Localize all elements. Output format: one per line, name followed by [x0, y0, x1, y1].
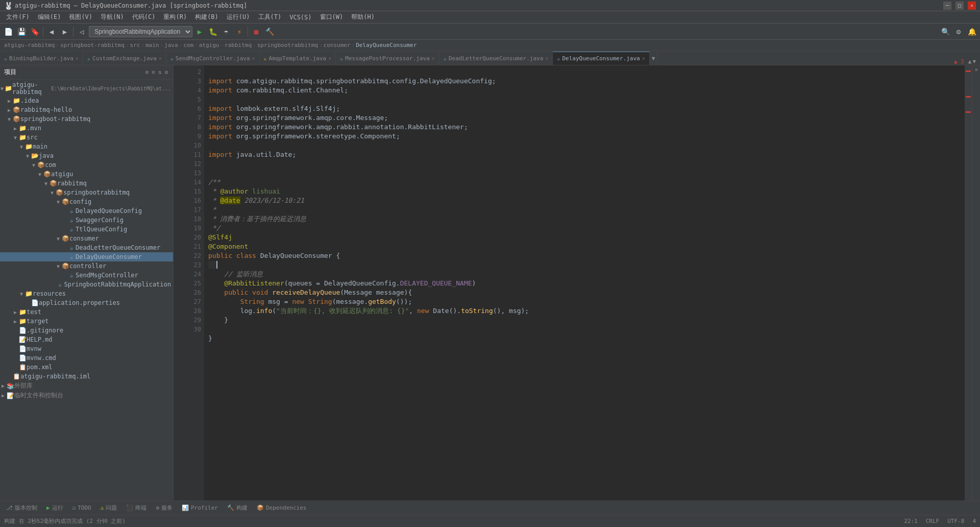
tree-arrow-consumer[interactable]: ▼ [55, 236, 61, 242]
tree-item-springbootrabbitmq[interactable]: ▼ 📦 springbootrabbitmq [0, 188, 173, 197]
btab-problems[interactable]: ⚠ 问题 [96, 501, 121, 515]
btab-dependencies[interactable]: 📦 Dependencies [253, 501, 310, 515]
tree-item-sendmsgctrl[interactable]: ▶ ☕ SendMsgController [0, 271, 173, 280]
btab-todo[interactable]: ☑ TODO [68, 501, 95, 515]
menu-tools[interactable]: 工具(T) [254, 11, 286, 23]
tree-item-appprops[interactable]: ▶ 📄 application.properties [0, 298, 173, 307]
breadcrumb-atgigu[interactable]: atgigu [199, 42, 219, 49]
menu-edit[interactable]: 编辑(E) [34, 11, 65, 23]
menu-view[interactable]: 视图(V) [65, 11, 96, 23]
tree-item-scratch[interactable]: ▶ 📝 临时文件和控制台 [0, 391, 173, 400]
tree-item-springbootapp[interactable]: ▶ ☕ SpringbootRabbitmqApplication [0, 280, 173, 289]
menu-file[interactable]: 文件(F) [2, 11, 34, 23]
menu-build[interactable]: 构建(B) [191, 11, 223, 23]
tree-item-test[interactable]: ▶ 📁 test [0, 307, 173, 317]
tree-item-delayconsumer[interactable]: ▶ ☕ DelayQueueConsumer [0, 252, 173, 261]
tab-close-customexchange[interactable]: × [159, 56, 162, 61]
tree-item-ttlqueueconfig[interactable]: ▶ ☕ TtlQueueConfig [0, 225, 173, 234]
tree-arrow-mvn[interactable]: ▶ [12, 126, 18, 131]
tree-item-java[interactable]: ▼ 📂 java [0, 151, 173, 160]
title-right-buttons[interactable]: ─ □ ✕ [943, 2, 976, 10]
tree-arrow-idea[interactable]: ▶ [6, 98, 12, 104]
tree-arrow-atgigu[interactable]: ▼ [37, 172, 43, 177]
status-indent[interactable]: 4 [972, 518, 976, 524]
profile-button[interactable]: ⚡ [233, 26, 246, 38]
tree-item-controller[interactable]: ▼ 📦 controller [0, 261, 173, 271]
tree-item-mvnwcmd[interactable]: ▶ 📄 mvnw.cmd [0, 353, 173, 363]
tab-close-delayconsumer[interactable]: × [642, 56, 645, 61]
sidebar-tool-gear[interactable]: ⚙ [163, 68, 169, 77]
btab-version-control[interactable]: ⎇ 版本控制 [2, 501, 41, 515]
tab-msgpostprocessor[interactable]: ☕ MessagePostProcessor.java × [336, 52, 439, 65]
breadcrumb-com[interactable]: com [183, 42, 193, 49]
breadcrumb-springbootrabbitmq[interactable]: springbootrabbitmq [257, 42, 318, 49]
code-area[interactable]: 2 3 4 5 6 7 8 9 10 11 12 13 14 15 [174, 65, 972, 500]
tree-item-com[interactable]: ▼ 📦 com [0, 160, 173, 170]
tree-item-swaggerconfig[interactable]: ▶ ☕ SwaggerConfig [0, 215, 173, 225]
btab-profiler[interactable]: 📊 Profiler [178, 501, 222, 515]
close-button[interactable]: ✕ [968, 2, 976, 10]
tab-delayconsumer[interactable]: ☕ DelayQueueConsumer.java × [553, 52, 649, 65]
tree-arrow-test[interactable]: ▶ [12, 309, 18, 315]
tab-more[interactable]: ▼ [650, 52, 658, 65]
tab-close-msgpost[interactable]: × [432, 56, 435, 61]
save-button[interactable]: 💾 [15, 26, 28, 38]
breadcrumb-module[interactable]: springboot-rabbitmq [60, 42, 125, 49]
tree-item-resources[interactable]: ▼ 📁 resources [0, 289, 173, 298]
settings-button[interactable]: ⚙ [952, 26, 965, 38]
save-all-button[interactable]: 🔖 [29, 26, 41, 38]
tree-item-mvn[interactable]: ▶ 📁 .mvn [0, 124, 173, 133]
tree-arrow-root[interactable]: ▼ [0, 86, 4, 91]
structure-panel[interactable]: ≡ [973, 67, 980, 72]
run-config-left[interactable]: ◁ [76, 26, 88, 38]
breadcrumb-src[interactable]: src [130, 42, 140, 49]
breadcrumb-root[interactable]: atgigu-rabbitmq [4, 42, 55, 49]
tab-close-amqptemplate[interactable]: × [328, 56, 331, 61]
btab-build[interactable]: 🔨 构建 [223, 501, 252, 515]
tree-item-gitignore[interactable]: ▶ 📄 .gitignore [0, 326, 173, 335]
tab-customexchange[interactable]: ☕ CustomExchange.java × [83, 52, 166, 65]
run-config-selector[interactable]: SpringbootRabbitmqApplication [89, 26, 192, 37]
status-position[interactable]: 22:1 [904, 518, 918, 524]
tree-arrow-target[interactable]: ▶ [12, 319, 18, 324]
status-line-sep[interactable]: CRLF [926, 518, 940, 524]
btab-services[interactable]: ⚙ 服务 [152, 501, 177, 515]
menu-code[interactable]: 代码(C) [128, 11, 160, 23]
btab-run[interactable]: ▶ 运行 [42, 501, 67, 515]
error-marker-2[interactable] [966, 96, 971, 98]
tree-item-external-libs[interactable]: ▶ 📚 外部库 [0, 381, 173, 391]
tree-arrow-main[interactable]: ▼ [18, 144, 24, 150]
tree-arrow-config[interactable]: ▼ [55, 199, 61, 205]
tree-item-helpmd[interactable]: ▶ 📝 HELP.md [0, 335, 173, 344]
sidebar-tool-expand[interactable]: ≡ [151, 68, 156, 77]
nav-down[interactable]: ▼ [972, 58, 976, 65]
tree-arrow-rabbitmq-pkg[interactable]: ▼ [43, 181, 49, 186]
breadcrumb-consumer[interactable]: consumer [324, 42, 351, 49]
tree-item-atgigu[interactable]: ▼ 📦 atgigu [0, 170, 173, 179]
search-everywhere-button[interactable]: 🔍 [939, 26, 951, 38]
tree-item-config[interactable]: ▼ 📦 config [0, 197, 173, 206]
back-button[interactable]: ◀ [45, 26, 58, 38]
tree-arrow-scratch[interactable]: ▶ [0, 393, 6, 398]
tree-item-iml[interactable]: ▶ 📋 atgigu-rabbitmq.iml [0, 372, 173, 381]
btab-terminal[interactable]: ⬛ 终端 [122, 501, 151, 515]
sidebar-tool-sort[interactable]: ⇅ [157, 68, 163, 77]
minimize-button[interactable]: ─ [943, 2, 951, 10]
tree-item-rabbitmq-hello[interactable]: ▶ 📦 rabbitmq-hello [0, 105, 173, 114]
tree-item-main[interactable]: ▼ 📁 main [0, 142, 173, 151]
menu-window[interactable]: 窗口(W) [316, 11, 348, 23]
tree-arrow-springbootrabbitmq[interactable]: ▼ [49, 190, 55, 196]
tree-item-mvnw[interactable]: ▶ 📄 mvnw [0, 344, 173, 353]
breadcrumb-main[interactable]: main [145, 42, 159, 49]
status-encoding[interactable]: UTF-8 [947, 518, 964, 524]
error-marker-3[interactable] [966, 111, 971, 113]
tree-item-delayedqueueconfig[interactable]: ▶ ☕ DelayedQueueConfig [0, 206, 173, 215]
menu-run[interactable]: 运行(U) [223, 11, 254, 23]
build-project-button[interactable]: 🔨 [263, 26, 276, 38]
tab-sendmsg[interactable]: ☕ SendMsgController.java × [166, 52, 260, 65]
tree-item-rabbitmq-pkg[interactable]: ▼ 📦 rabbitmq [0, 179, 173, 188]
nav-up[interactable]: ▲ [968, 58, 972, 65]
breadcrumb-java[interactable]: java [164, 42, 178, 49]
tree-item-idea[interactable]: ▶ 📁 .idea [0, 96, 173, 105]
tree-item-atgigu-rabbitmq[interactable]: ▼ 📁 atgigu-rabbitmq E:\WorkData\IdeaProj… [0, 81, 173, 96]
